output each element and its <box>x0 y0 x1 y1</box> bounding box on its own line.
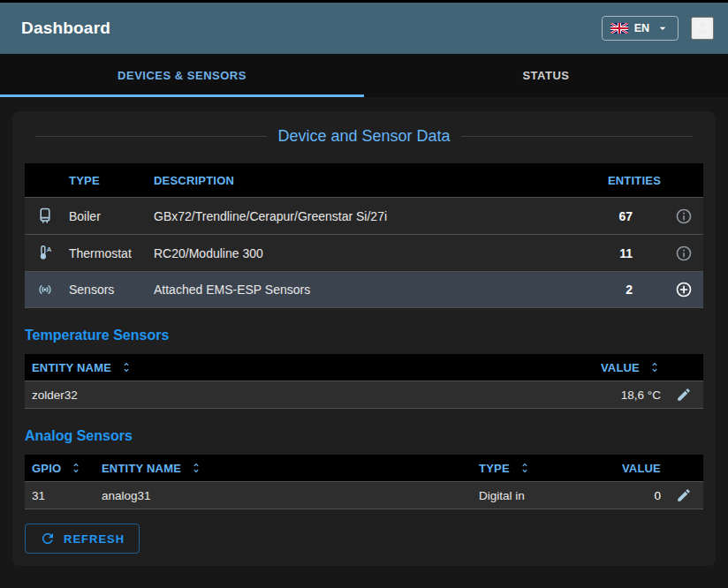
sort-gpio[interactable]: GPIO <box>32 462 95 475</box>
edit-icon[interactable] <box>676 387 692 403</box>
column-header-description: DESCRIPTION <box>150 174 590 187</box>
info-icon[interactable] <box>675 245 693 262</box>
svg-text:A: A <box>47 245 52 253</box>
device-entities-count: 11 <box>590 246 664 260</box>
sort-icon <box>120 361 133 373</box>
device-description: RC20/Moduline 300 <box>150 246 590 260</box>
edit-icon[interactable] <box>676 487 692 503</box>
card-title: Device and Sensor Data <box>277 127 450 146</box>
tab-bar: DEVICES & SENSORS STATUS <box>0 54 728 97</box>
device-description: GBx72/Trendline/Cerapur/Greenstar Si/27i <box>150 209 590 223</box>
table-row-boiler[interactable]: Boiler GBx72/Trendline/Cerapur/Greenstar… <box>25 197 703 234</box>
refresh-button[interactable]: REFRESH <box>25 524 140 554</box>
device-type: Sensors <box>65 283 150 297</box>
refresh-button-label: REFRESH <box>64 532 125 546</box>
info-icon[interactable] <box>675 207 693 225</box>
sensors-icon <box>35 280 55 299</box>
sort-entity-name[interactable]: ENTITY NAME <box>32 361 505 374</box>
device-table: TYPE DESCRIPTION ENTITIES Boiler GBx72/T… <box>25 163 703 308</box>
sort-value[interactable]: VALUE <box>505 361 661 374</box>
chevron-down-icon <box>656 21 670 35</box>
dashboard-card: Device and Sensor Data TYPE DESCRIPTION … <box>12 111 716 566</box>
device-type: Boiler <box>65 209 150 223</box>
sort-entity-name[interactable]: ENTITY NAME <box>102 462 479 475</box>
sensor-value: 18,6 °C <box>505 388 664 402</box>
add-circle-icon[interactable] <box>675 281 693 298</box>
tab-devices-sensors[interactable]: DEVICES & SENSORS <box>0 54 364 97</box>
temperature-table-header: ENTITY NAME VALUE <box>25 354 703 381</box>
device-description: Attached EMS-ESP Sensors <box>150 283 590 297</box>
title-divider-right <box>461 136 693 137</box>
page-content: Device and Sensor Data TYPE DESCRIPTION … <box>0 97 728 566</box>
account-button[interactable] <box>691 17 714 40</box>
sensor-name: analog31 <box>95 489 479 502</box>
column-header-type: TYPE <box>65 174 150 187</box>
card-title-row: Device and Sensor Data <box>25 127 703 146</box>
refresh-icon <box>40 531 56 547</box>
sort-type[interactable]: TYPE <box>479 462 611 475</box>
temperature-sensors-table: ENTITY NAME VALUE <box>25 354 703 409</box>
analog-sensors-table: GPIO ENTITY NAME <box>25 455 703 509</box>
boiler-icon <box>35 207 55 226</box>
device-entities-count: 67 <box>590 209 664 223</box>
sensor-type: Digital in <box>479 489 611 502</box>
table-row-analog-sensor[interactable]: 31 analog31 Digital in 0 <box>25 481 703 509</box>
temperature-sensors-heading: Temperature Sensors <box>25 328 703 343</box>
sort-icon <box>190 462 202 474</box>
title-divider-left <box>35 136 267 137</box>
account-circle-icon <box>691 17 714 40</box>
device-type: Thermostat <box>65 246 150 260</box>
analog-sensors-heading: Analog Sensors <box>25 428 703 444</box>
app-bar: Dashboard EN <box>0 3 728 54</box>
language-selector[interactable]: EN <box>602 16 679 41</box>
column-header-entities: ENTITIES <box>590 174 664 187</box>
sort-icon <box>70 462 82 474</box>
column-header-value: VALUE <box>611 462 664 475</box>
analog-table-header: GPIO ENTITY NAME <box>25 455 703 481</box>
table-row-sensors[interactable]: Sensors Attached EMS-ESP Sensors 2 <box>25 271 703 308</box>
table-row-temperature-sensor[interactable]: zolder32 18,6 °C <box>25 381 703 409</box>
device-table-header: TYPE DESCRIPTION ENTITIES <box>25 163 703 197</box>
sensor-name: zolder32 <box>25 388 505 402</box>
sensor-gpio: 31 <box>25 489 95 502</box>
sort-icon <box>648 361 661 373</box>
page-title: Dashboard <box>21 19 602 38</box>
thermostat-icon: A <box>35 244 55 263</box>
language-code: EN <box>634 22 649 34</box>
tab-status[interactable]: STATUS <box>364 54 728 97</box>
device-entities-count: 2 <box>590 283 664 297</box>
uk-flag-icon <box>610 23 628 34</box>
sensor-value: 0 <box>611 489 664 502</box>
table-row-thermostat[interactable]: A Thermostat RC20/Moduline 300 11 <box>25 234 703 271</box>
sort-icon <box>519 462 531 474</box>
